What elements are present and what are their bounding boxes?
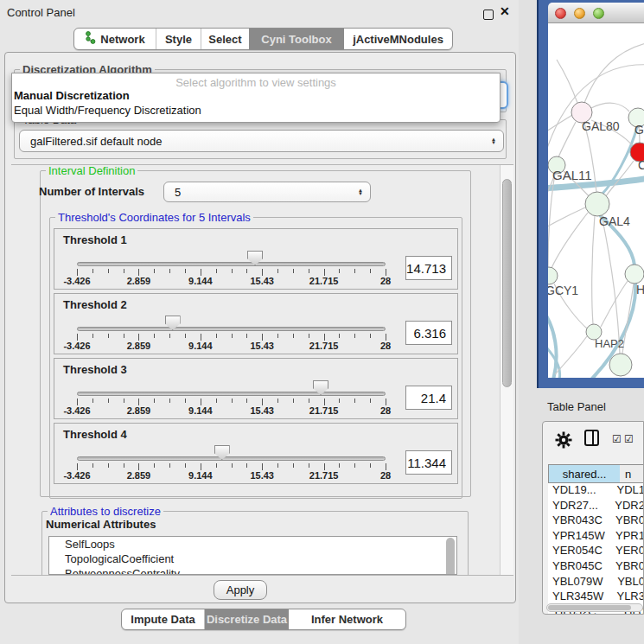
top-tab-bar: Network Style Select Cyni Toolbox jActiv…	[73, 28, 453, 50]
tab-jactivemnodules[interactable]: jActiveMNodules	[344, 29, 452, 49]
cell-name: YDL1	[612, 483, 644, 499]
dropdown-option-equal-width-frequency[interactable]: Equal Width/Frequency Discretization	[14, 104, 201, 117]
tab-label: Discretize Data	[207, 613, 287, 626]
threshold-label: Threshold 1	[63, 233, 127, 246]
tab-label: Infer Network	[311, 613, 383, 626]
tab-impute-data[interactable]: Impute Data	[122, 609, 205, 629]
node-label: G	[634, 123, 644, 137]
slider-tick-labels: -3.4262.8599.14415.4321.71528	[77, 470, 386, 481]
table-row[interactable]: YPR145WYPR1	[548, 529, 644, 545]
column-layout-icon[interactable]	[584, 430, 599, 446]
close-traffic-light[interactable]	[555, 8, 566, 19]
threshold-value-field[interactable]	[405, 386, 452, 410]
threshold-panel: Threshold 2-3.4262.8599.14415.4321.71528	[54, 293, 458, 354]
number-of-intervals-spinner[interactable]: 5 ▲▼	[163, 182, 371, 202]
network-node-gcy1[interactable]	[548, 267, 558, 284]
table-row[interactable]: YBL079WYBL0	[548, 575, 644, 590]
tab-select[interactable]: Select	[201, 29, 249, 49]
scrollbar-thumb[interactable]	[502, 179, 512, 387]
threshold-panel: Threshold 3-3.4262.8599.14415.4321.71528	[54, 358, 458, 419]
network-window-titlebar[interactable]	[548, 3, 644, 23]
threshold-panel: Threshold 4-3.4262.8599.14415.4321.71528	[54, 423, 458, 484]
table-row[interactable]: YDL19...YDL1	[548, 483, 644, 499]
table-data-combobox[interactable]: galFiltered.sif default node ▲▼	[19, 130, 504, 152]
zoom-traffic-light[interactable]	[593, 8, 604, 19]
tab-label: jActiveMNodules	[353, 33, 443, 46]
spinner-arrows-icon: ▲▼	[491, 137, 503, 144]
network-view-window: GAL80GCGAL11GAL4GCY1HHAP2	[537, 0, 644, 388]
cell-shared-name: YBR045C	[548, 559, 611, 575]
cell-shared-name: YDL19...	[548, 483, 612, 499]
network-edge[interactable]	[555, 336, 587, 374]
slider-track[interactable]	[77, 262, 386, 266]
table-rows: YDL19...YDL1YDR27...YDR2YBR043CYBR0YPR14…	[548, 483, 644, 604]
threshold-label: Threshold 3	[63, 363, 127, 376]
table-row[interactable]: YBR043CYBR0	[548, 513, 644, 529]
node-label: HAP2	[595, 337, 624, 350]
checked-box-icon[interactable]: ☑	[624, 433, 634, 445]
tab-cyni-toolbox[interactable]: Cyni Toolbox	[249, 29, 344, 49]
table-toolbar: ☑ ☑	[543, 422, 643, 460]
network-edge-teal[interactable]	[548, 310, 557, 378]
node-label: H	[636, 283, 644, 296]
numerical-attributes-label: Numerical Attributes	[46, 518, 156, 531]
node-label: GCY1	[548, 284, 578, 297]
network-edge[interactable]	[557, 60, 577, 103]
threshold-label: Threshold 4	[63, 428, 127, 441]
tab-style[interactable]: Style	[156, 29, 201, 49]
horizontal-scrollbar[interactable]	[546, 603, 643, 612]
threshold-value-field[interactable]	[405, 256, 452, 280]
slider-track[interactable]	[77, 456, 386, 461]
scrollbar-thumb[interactable]	[548, 605, 631, 610]
apply-button[interactable]: Apply	[214, 580, 267, 600]
slider-track[interactable]	[77, 392, 386, 396]
dropdown-hint: Select algorithm to view settings	[12, 76, 500, 89]
checked-box-icon[interactable]: ☑	[612, 433, 622, 445]
panel-title: Control Panel	[7, 6, 75, 19]
bottom-tab-bar: Impute Data Discretize Data Infer Networ…	[121, 609, 406, 630]
table-row[interactable]: YBR045CYBR0	[548, 559, 644, 575]
tab-infer-network[interactable]: Infer Network	[289, 609, 405, 629]
panel-scrollbar[interactable]	[500, 165, 513, 575]
group-title: Threshold's Coordinates for 5 Intervals	[55, 211, 253, 224]
node-label: C	[638, 158, 644, 172]
threshold-panel: Threshold 1-3.4262.8599.14415.4321.71528	[54, 228, 458, 290]
dropdown-option-manual-discretization[interactable]: Manual Discretization	[14, 89, 130, 102]
cell-name: YPR1	[611, 529, 644, 545]
network-node-gal4[interactable]	[585, 192, 609, 216]
table-row[interactable]: YDR27...YDR2	[548, 499, 644, 514]
network-edge[interactable]	[584, 42, 644, 103]
cell-name: YDR2	[610, 499, 644, 514]
list-scrollbar[interactable]	[446, 538, 455, 575]
close-icon[interactable]: ✕	[500, 4, 510, 18]
network-edge[interactable]	[591, 103, 629, 112]
threshold-value-field[interactable]	[405, 321, 452, 345]
attribute-list-item[interactable]: SelfLoops	[49, 537, 456, 552]
gear-icon[interactable]	[555, 431, 572, 452]
threshold-value-field[interactable]	[405, 450, 452, 475]
network-edge[interactable]	[592, 216, 595, 324]
network-edge[interactable]	[558, 122, 576, 157]
column-header-shared-name[interactable]: shared...	[548, 464, 621, 483]
numerical-attributes-list[interactable]: SelfLoopsTopologicalCoefficientBetweenne…	[48, 536, 457, 575]
combobox-value: galFiltered.sif default node	[30, 135, 162, 148]
network-canvas[interactable]: GAL80GCGAL11GAL4GCY1HHAP2	[548, 23, 644, 378]
attribute-list-item[interactable]: BetweennessCentrality	[49, 566, 456, 575]
network-edge[interactable]	[548, 207, 585, 229]
group-title: Interval Definition	[46, 164, 137, 177]
slider-track[interactable]	[77, 327, 386, 331]
cell-name: YBR0	[611, 513, 644, 529]
network-node[interactable]	[609, 354, 632, 376]
network-edge[interactable]	[602, 215, 620, 354]
tab-network[interactable]: Network	[74, 29, 156, 49]
attribute-list-item[interactable]: TopologicalCoefficient	[49, 552, 456, 566]
column-header-name[interactable]: n	[620, 464, 644, 483]
network-node-h[interactable]	[625, 265, 644, 284]
tab-discretize-data[interactable]: Discretize Data	[205, 609, 289, 629]
float-window-icon[interactable]	[483, 10, 494, 20]
settings-scroll-region: Interval Definition Number of Intervals …	[11, 164, 513, 576]
cell-shared-name: YBL079W	[548, 575, 613, 590]
tab-label: Impute Data	[131, 613, 194, 626]
table-row[interactable]: YER054CYER0	[548, 544, 644, 559]
minimize-traffic-light[interactable]	[574, 8, 585, 19]
